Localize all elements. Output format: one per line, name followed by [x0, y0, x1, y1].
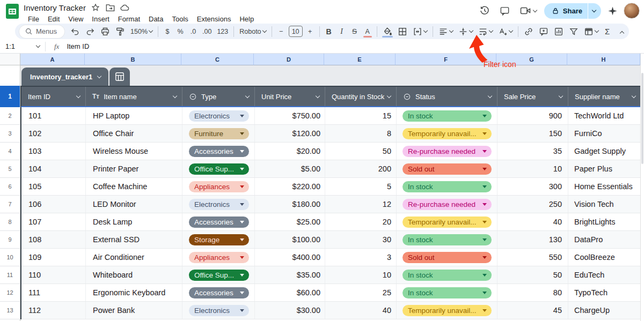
- row-number-7[interactable]: 7: [0, 196, 20, 213]
- cell-supplier[interactable]: BrightLights: [568, 213, 641, 230]
- status-chip-instock[interactable]: In stock: [402, 287, 492, 298]
- menu-edit[interactable]: Edit: [43, 14, 64, 24]
- cell-quantity[interactable]: 3: [325, 249, 397, 266]
- status-chip-soldout[interactable]: Sold out: [402, 163, 492, 175]
- cell-item-id[interactable]: 105: [21, 178, 86, 195]
- cell-supplier[interactable]: FurniCo: [568, 125, 641, 142]
- column-header-chevron[interactable]: [488, 93, 492, 98]
- bold-button[interactable]: B: [323, 25, 335, 38]
- table-views-chevron[interactable]: [594, 28, 598, 33]
- cell-sale-price[interactable]: 35: [497, 143, 568, 160]
- cell-item-id[interactable]: 101: [21, 107, 86, 124]
- cell-sale-price[interactable]: 40: [497, 213, 568, 230]
- cell-type[interactable]: Appliances: [182, 178, 255, 195]
- font-size-input[interactable]: 10: [289, 26, 303, 37]
- type-chip-electronics[interactable]: Electronics: [189, 305, 249, 316]
- insert-chart-icon[interactable]: [551, 25, 566, 38]
- select-all-corner[interactable]: [0, 54, 20, 65]
- cell-type[interactable]: Accessories: [182, 284, 255, 301]
- cell-status[interactable]: In stock: [397, 231, 497, 248]
- menu-insert[interactable]: Insert: [87, 14, 114, 24]
- gemini-sparkle-icon[interactable]: [605, 3, 619, 19]
- column-header-type[interactable]: Type: [182, 87, 255, 106]
- text-wrap-chevron[interactable]: [488, 28, 493, 33]
- type-chip-storage[interactable]: Storage: [189, 234, 249, 245]
- cell-supplier[interactable]: TechWorld Ltd: [568, 107, 641, 124]
- row-number-8[interactable]: 8: [0, 213, 20, 231]
- cell-supplier[interactable]: Gadget Supply: [568, 143, 641, 160]
- cell-item-name[interactable]: Wireless Mouse: [86, 143, 182, 160]
- hide-toolbar-button[interactable]: [620, 27, 624, 37]
- cell-status[interactable]: In stock: [397, 284, 497, 301]
- cell-item-id[interactable]: 102: [21, 125, 86, 142]
- redo-icon[interactable]: [83, 25, 98, 38]
- menu-file[interactable]: File: [24, 14, 43, 24]
- cell-type[interactable]: Office Sup...: [182, 266, 255, 283]
- cell-quantity[interactable]: 5: [325, 178, 397, 195]
- cell-unit-price[interactable]: $220.00: [255, 178, 325, 195]
- cell-status[interactable]: In stock: [397, 107, 497, 124]
- cell-item-id[interactable]: 109: [21, 249, 86, 266]
- cell-status[interactable]: Re-purchase needed: [397, 143, 497, 160]
- cell-item-id[interactable]: 112: [21, 302, 86, 319]
- zoom-button[interactable]: 150%: [128, 25, 155, 38]
- account-avatar[interactable]: [624, 3, 640, 19]
- row-number-3[interactable]: 3: [0, 125, 20, 143]
- row-number-2[interactable]: 2: [0, 107, 20, 125]
- cell-type[interactable]: Electronics: [182, 107, 255, 124]
- merge-cells-icon[interactable]: [410, 25, 430, 38]
- cell-sale-price[interactable]: 150: [497, 125, 568, 142]
- column-header-chevron[interactable]: [387, 93, 391, 98]
- move-folder-icon[interactable]: [106, 3, 115, 12]
- cell-type[interactable]: Office Sup...: [182, 160, 255, 177]
- text-rotation-chevron[interactable]: [508, 28, 513, 33]
- column-letter-c[interactable]: C: [181, 54, 254, 65]
- column-header-quantity-in-stock[interactable]: Quantity in Stock: [325, 87, 397, 106]
- format-percent-button[interactable]: %: [174, 25, 187, 38]
- functions-button[interactable]: Σ: [601, 25, 614, 38]
- column-letter-d[interactable]: D: [254, 54, 324, 65]
- column-header-item-id[interactable]: Item ID: [21, 87, 86, 106]
- column-header-chevron[interactable]: [245, 93, 250, 98]
- cell-sale-price[interactable]: 550: [497, 249, 568, 266]
- text-color-button[interactable]: A: [361, 25, 374, 38]
- meet-video-icon[interactable]: [517, 3, 540, 19]
- cell-quantity[interactable]: 10: [325, 266, 397, 283]
- create-filter-icon[interactable]: [566, 25, 581, 38]
- cell-unit-price[interactable]: $20.00: [255, 143, 325, 160]
- column-header-supplier-name[interactable]: Supplier name: [568, 87, 641, 106]
- status-chip-repurchase[interactable]: Re-purchase needed: [402, 146, 492, 157]
- cell-unit-price[interactable]: $5.00: [255, 160, 325, 177]
- row-number-10[interactable]: 10: [0, 249, 20, 266]
- name-box-chevron[interactable]: [36, 43, 40, 48]
- cell-unit-price[interactable]: $30.00: [255, 302, 325, 319]
- name-box[interactable]: 1:1: [0, 42, 45, 50]
- cell-item-name[interactable]: Office Chair: [86, 125, 182, 142]
- cell-unit-price[interactable]: $60.00: [255, 284, 325, 301]
- cell-item-id[interactable]: 111: [21, 284, 86, 301]
- cell-unit-price[interactable]: $400.00: [255, 249, 325, 266]
- cell-item-id[interactable]: 106: [21, 196, 86, 213]
- cell-status[interactable]: Temporarily unavail...: [397, 125, 497, 142]
- cell-item-name[interactable]: Power Bank: [86, 302, 182, 319]
- format-currency-button[interactable]: $: [161, 25, 174, 38]
- type-chip-electronics[interactable]: Electronics: [189, 199, 249, 210]
- status-chip-instock[interactable]: In stock: [402, 234, 492, 245]
- undo-icon[interactable]: [68, 25, 83, 38]
- status-chip-instock[interactable]: In stock: [402, 270, 492, 281]
- cell-quantity[interactable]: 50: [325, 143, 397, 160]
- cell-item-name[interactable]: Printer Paper: [86, 160, 182, 177]
- cell-supplier[interactable]: Paper Plus: [568, 160, 641, 177]
- type-chip-accessories[interactable]: Accessories: [189, 217, 249, 228]
- cell-type[interactable]: Accessories: [182, 143, 255, 160]
- type-chip-accessories[interactable]: Accessories: [189, 287, 249, 298]
- vertical-scrollbar[interactable]: [640, 54, 644, 321]
- insert-link-icon[interactable]: [521, 25, 536, 38]
- cell-sale-price[interactable]: 300: [497, 178, 568, 195]
- row-number-13[interactable]: 13: [0, 302, 20, 319]
- cell-sale-price[interactable]: 250: [497, 196, 568, 213]
- cell-item-name[interactable]: Air Conditioner: [86, 249, 182, 266]
- decrease-decimal-button[interactable]: .0: [187, 25, 200, 38]
- cell-item-name[interactable]: Desk Lamp: [86, 213, 182, 230]
- vertical-align-icon[interactable]: [456, 25, 475, 38]
